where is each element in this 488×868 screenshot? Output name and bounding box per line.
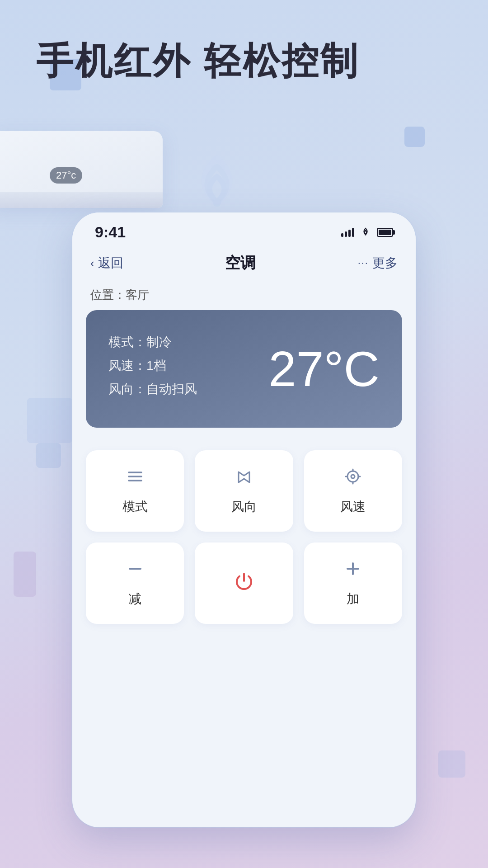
- plus-label: 加: [347, 590, 359, 608]
- back-chevron-icon: ‹: [90, 256, 94, 270]
- plus-button[interactable]: 加: [304, 542, 402, 624]
- minus-button[interactable]: 减: [86, 542, 184, 624]
- temperature-display: 27°C: [268, 344, 380, 394]
- ac-unit-illustration: 27°c: [0, 118, 181, 222]
- back-button[interactable]: ‹ 返回: [90, 255, 123, 272]
- wind-dir-label: 风向: [231, 498, 257, 515]
- svg-point-5: [347, 471, 358, 482]
- battery-icon: [377, 228, 393, 237]
- status-time: 9:41: [95, 223, 126, 241]
- controls-row-2: 减 加: [72, 532, 416, 624]
- status-icons: [341, 226, 393, 238]
- temperature-card: 模式：制冷 风速：1档 风向：自动扫风 27°C: [86, 310, 402, 428]
- location-label: 位置：客厅: [72, 283, 416, 310]
- phone-mockup: 9:41 ‹ 返回 空调: [72, 212, 416, 827]
- svg-point-6: [351, 475, 355, 478]
- power-button[interactable]: [195, 542, 293, 624]
- bg-deco-3: [27, 398, 72, 443]
- bg-deco-6: [14, 552, 36, 597]
- bg-deco-4: [36, 443, 61, 468]
- mode-icon: [125, 467, 145, 491]
- wifi-status-icon: [360, 226, 371, 238]
- signal-bars-icon: [341, 228, 354, 237]
- wind-speed-button[interactable]: 风速: [304, 450, 402, 532]
- svg-point-1: [365, 234, 366, 236]
- hero-title: 手机红外 轻松控制: [36, 41, 359, 81]
- power-icon: [233, 570, 255, 596]
- minus-label: 减: [129, 590, 141, 608]
- minus-icon: [125, 559, 145, 583]
- bg-deco-2: [404, 127, 425, 147]
- wind-speed-info: 风速：1档: [108, 357, 197, 374]
- svg-point-0: [213, 198, 221, 207]
- wind-speed-label: 风速: [340, 498, 366, 515]
- plus-icon: [343, 559, 363, 583]
- temp-info: 模式：制冷 风速：1档 风向：自动扫风: [108, 334, 197, 404]
- wind-dir-icon: [234, 467, 254, 491]
- wifi-signal-icon: [176, 149, 258, 208]
- nav-title: 空调: [225, 253, 256, 274]
- status-bar: 9:41: [72, 212, 416, 248]
- wind-speed-icon: [343, 467, 363, 491]
- back-label: 返回: [98, 255, 123, 272]
- wind-dir-button[interactable]: 风向: [195, 450, 293, 532]
- more-button[interactable]: ··· 更多: [358, 255, 398, 272]
- mode-label: 模式: [122, 498, 148, 515]
- controls-row-1: 模式 风向 风速: [72, 428, 416, 532]
- nav-bar: ‹ 返回 空调 ··· 更多: [72, 248, 416, 283]
- ac-temp-badge: 27°c: [50, 167, 82, 184]
- more-dots-icon: ···: [358, 257, 369, 269]
- more-label: 更多: [372, 255, 398, 272]
- mode-button[interactable]: 模式: [86, 450, 184, 532]
- wind-dir-info: 风向：自动扫风: [108, 381, 197, 398]
- bg-deco-5: [438, 750, 465, 778]
- mode-info: 模式：制冷: [108, 334, 197, 351]
